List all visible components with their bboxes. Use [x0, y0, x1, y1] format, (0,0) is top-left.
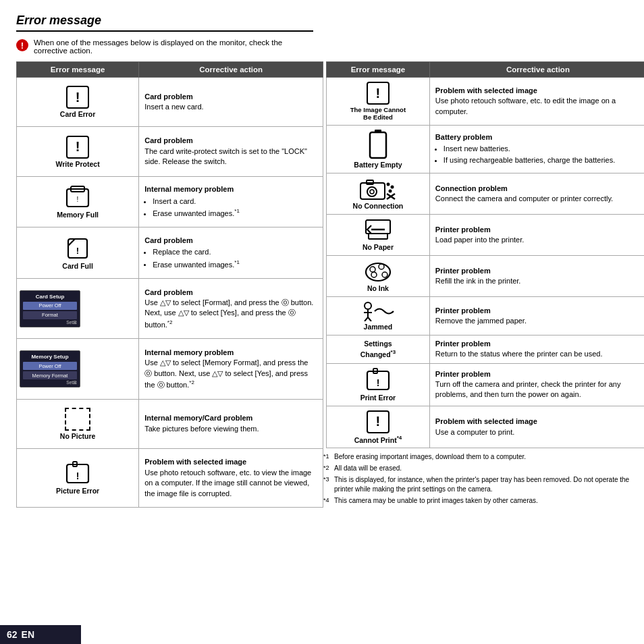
icon-box: ! Cannot Print*4: [354, 410, 402, 444]
footnote-text-3: This is displayed, for instance, when th…: [334, 475, 644, 494]
action-cell-memory-setup: Internal memory problem Use △▽ to select…: [139, 339, 323, 399]
svg-line-30: [365, 317, 368, 321]
settings-changed-text: SettingsChanged*3: [360, 340, 396, 359]
icon-cell-card-error: ! Card Error: [17, 78, 139, 127]
left-table: Error message Corrective action ! Card E…: [16, 61, 323, 508]
svg-text:!: !: [76, 471, 80, 481]
table-row: ! Memory Full Internal memory problem In…: [17, 176, 323, 227]
card-setup-screen-icon: Card Setup Power Off Format Set⊠: [20, 290, 80, 327]
icon-cell-card-full: ! Card Full: [17, 227, 139, 279]
action-cell-settings-changed: Printer problem Return to the status whe…: [429, 336, 644, 364]
exclaim-icon: !: [66, 86, 89, 109]
action-title: Internal memory problem: [144, 184, 317, 194]
table-row: ! The Image CannotBe Edited Problem with…: [327, 78, 645, 126]
icon-box: Battery Empty: [354, 130, 402, 169]
icon-cell-no-connection: No Connection: [327, 173, 430, 215]
exclaim-icon: !: [66, 136, 89, 159]
action-cell-print-error: Printer problem Turn off the camera and …: [429, 363, 644, 406]
left-table-header-corrective: Corrective action: [139, 62, 323, 78]
action-title: Problem with selected image: [435, 86, 641, 96]
icon-label: Jammed: [364, 323, 393, 331]
icon-label: Card Full: [62, 262, 93, 270]
picture-error-icon: !: [65, 461, 90, 485]
action-title: Card problem: [144, 92, 317, 102]
right-section: Error message Corrective action ! The Im…: [323, 61, 644, 508]
icon-cell-image-cannot-edit: ! The Image CannotBe Edited: [327, 78, 430, 126]
svg-point-14: [386, 183, 390, 186]
action-title: Printer problem: [435, 306, 641, 316]
bottom-bar: 62 EN: [0, 625, 81, 644]
icon-label: Print Error: [360, 394, 396, 402]
icon-label: Card Error: [60, 110, 96, 118]
action-title: Printer problem: [435, 339, 641, 349]
action-title: Internal memory/Card problem: [144, 413, 317, 423]
page-number: 62: [7, 629, 18, 640]
page-title: Error message: [16, 14, 313, 32]
action-cell-card-error: Card problem Insert a new card.: [139, 78, 323, 127]
footnotes-section: *1 Before erasing important images, down…: [323, 452, 644, 508]
action-cell-memory-full: Internal memory problem Insert a card. E…: [139, 176, 323, 227]
right-table-header-error: Error message: [327, 62, 430, 78]
icon-label: Write Protect: [56, 160, 100, 168]
no-ink-icon: [365, 260, 392, 283]
icon-cell-card-setup: Card Setup Power Off Format Set⊠: [17, 279, 139, 339]
card-full-icon: !: [65, 236, 90, 261]
icon-box: ! Card Full: [62, 236, 93, 270]
svg-rect-9: [370, 132, 386, 158]
svg-point-24: [379, 264, 384, 269]
footnote-sup-1: *1: [323, 452, 331, 462]
intro-icon: !: [16, 39, 28, 51]
action-title: Printer problem: [435, 266, 641, 276]
icon-box: No Picture: [60, 408, 96, 440]
icon-label: No Picture: [60, 432, 96, 440]
action-title: Printer problem: [435, 225, 641, 235]
action-cell-no-paper: Printer problem Load paper into the prin…: [429, 215, 644, 256]
action-cell-card-full: Card problem Replace the card. Erase unw…: [139, 227, 323, 279]
table-row: ! Cannot Print*4 Problem with selected i…: [327, 406, 645, 448]
footnote-sup-4: *4: [323, 496, 331, 506]
icon-box: No Connection: [353, 178, 404, 210]
action-cell-no-ink: Printer problem Refill the ink in the pr…: [429, 256, 644, 297]
table-row: ! Picture Error Problem with selected im…: [17, 449, 323, 508]
table-row: No Paper Printer problem Load paper into…: [327, 215, 645, 256]
table-row: ! Card Full Card problem Replace the car…: [17, 227, 323, 279]
icon-cell-picture-error: ! Picture Error: [17, 449, 139, 508]
table-row: Memory Setup Power Off Memory Format Set…: [17, 339, 323, 399]
table-row: SettingsChanged*3 Printer problem Return…: [327, 336, 645, 364]
jammed-icon: [361, 301, 395, 321]
svg-point-12: [367, 187, 377, 196]
print-error-icon: !: [366, 368, 390, 392]
table-row: No Ink Printer problem Refill the ink in…: [327, 256, 645, 297]
table-row: No Picture Internal memory/Card problem …: [17, 399, 323, 448]
no-connection-icon: [360, 178, 396, 200]
action-title: Problem with selected image: [435, 417, 641, 427]
svg-text:!: !: [76, 246, 79, 256]
page-lang: EN: [22, 629, 34, 640]
action-cell-battery-empty: Battery problem Insert new batteries. If…: [429, 126, 644, 173]
svg-text:!: !: [377, 377, 380, 388]
table-row: No Connection Connection problem Connect…: [327, 173, 645, 215]
action-cell-no-connection: Connection problem Connect the camera an…: [429, 173, 644, 215]
footnote-sup-3: *3: [323, 475, 331, 494]
icon-cell-memory-full: ! Memory Full: [17, 176, 139, 227]
table-row: ! Write Protect Card problem The card wr…: [17, 127, 323, 176]
footnote-1: *1 Before erasing important images, down…: [323, 452, 644, 462]
table-row: ! Print Error Printer problem Turn off t…: [327, 363, 645, 406]
action-cell-jammed: Printer problem Remove the jammed paper.: [429, 297, 644, 336]
no-picture-icon: [65, 408, 90, 431]
table-row: Card Setup Power Off Format Set⊠ Card pr…: [17, 279, 323, 339]
right-table: Error message Corrective action ! The Im…: [326, 61, 644, 448]
icon-label: Picture Error: [56, 487, 99, 495]
svg-text:!: !: [77, 196, 79, 203]
memory-setup-screen-icon: Memory Setup Power Off Memory Format Set…: [20, 350, 80, 387]
two-column-layout: Error message Corrective action ! Card E…: [16, 61, 628, 508]
icon-box: ! Card Error: [60, 86, 96, 118]
footnote-2: *2 All data will be erased.: [323, 464, 644, 473]
action-title: Battery problem: [435, 132, 641, 142]
left-table-header-error: Error message: [17, 62, 139, 78]
action-title: Connection problem: [435, 184, 641, 194]
icon-label: Battery Empty: [354, 161, 402, 169]
action-cell-cannot-print: Problem with selected image Use a comput…: [429, 406, 644, 448]
action-title: Printer problem: [435, 369, 641, 379]
icon-cell-jammed: Jammed: [327, 297, 430, 336]
